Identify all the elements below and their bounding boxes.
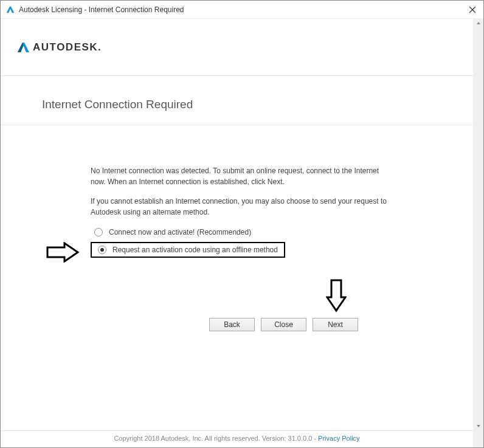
back-button[interactable]: Back	[209, 318, 255, 331]
radio-option-offline-method[interactable]: Request an activation code using an offl…	[91, 242, 285, 258]
annotation-arrow-right	[46, 242, 80, 265]
button-row: Back Close Next	[209, 318, 358, 331]
page-title-section: Internet Connection Required	[1, 76, 473, 125]
close-button[interactable]: Close	[261, 318, 306, 331]
body-paragraph-1: No Internet connection was detected. To …	[91, 165, 395, 187]
page-title: Internet Connection Required	[42, 98, 473, 111]
window-title: Autodesk Licensing - Internet Connection…	[19, 5, 466, 14]
logo-header: AUTODESK.	[1, 19, 473, 76]
radio-group: Connect now and activate! (Recommended) …	[91, 226, 473, 261]
titlebar: Autodesk Licensing - Internet Connection…	[1, 1, 483, 19]
radio-label-connect-now: Connect now and activate! (Recommended)	[109, 228, 251, 236]
radio-button-offline-method[interactable]	[98, 246, 106, 254]
body-paragraph-2: If you cannot establish an Internet conn…	[91, 196, 395, 218]
brand-name: AUTODESK.	[33, 41, 102, 53]
privacy-policy-link[interactable]: Privacy Policy	[318, 435, 359, 442]
scroll-up-arrow[interactable]	[475, 20, 482, 27]
autodesk-logo-icon	[16, 41, 30, 54]
app-icon	[5, 5, 15, 15]
annotation-arrow-down	[326, 279, 347, 315]
radio-option-connect-now[interactable]: Connect now and activate! (Recommended)	[91, 226, 473, 238]
close-window-button[interactable]	[466, 4, 479, 16]
autodesk-logo: AUTODESK.	[16, 41, 102, 54]
radio-label-offline-method: Request an activation code using an offl…	[112, 246, 278, 254]
next-button[interactable]: Next	[313, 318, 358, 331]
scroll-down-arrow[interactable]	[475, 423, 482, 430]
scrollbar[interactable]	[473, 19, 483, 447]
radio-button-connect-now[interactable]	[94, 228, 103, 236]
footer: Copyright 2018 Autodesk, Inc. All rights…	[1, 430, 473, 446]
footer-copyright: Copyright 2018 Autodesk, Inc. All rights…	[114, 435, 318, 442]
